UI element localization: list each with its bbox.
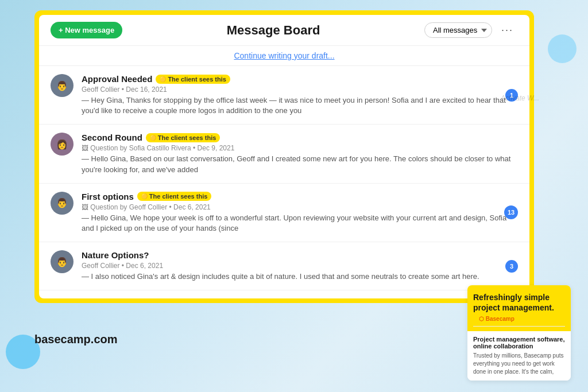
message-item[interactable]: 👨Approval NeededThe client sees thisGeof… <box>39 66 529 125</box>
avatar: 👨 <box>51 74 74 97</box>
message-meta: Geoff Collier • Dec 6, 2021 <box>82 262 518 270</box>
unread-badge: 3 <box>505 260 518 273</box>
avatar: 👨 <box>51 250 74 273</box>
message-content: Nature Options?Geoff Collier • Dec 6, 20… <box>82 250 518 282</box>
client-badge: The client sees this <box>146 133 220 142</box>
message-meta: 🖼 Question by Sofia Castillo Rivera • De… <box>82 144 518 152</box>
message-item[interactable]: 👨Nature Options?Geoff Collier • Dec 6, 2… <box>39 242 529 290</box>
basecamp-url-label: basecamp.com <box>34 333 118 346</box>
ad-logo: ⬡ Basecamp <box>473 313 565 327</box>
message-preview: — Hello Gina, Based on our last conversa… <box>82 154 518 174</box>
message-preview: — I also noticed Gina's art & design inc… <box>82 271 518 282</box>
new-message-button[interactable]: + New message <box>51 22 122 38</box>
client-badge: The client sees this <box>156 75 230 84</box>
message-preview: — Hey Gina, Thanks for stopping by the o… <box>82 95 518 116</box>
ad-content-area: Project management software, online coll… <box>467 331 571 381</box>
message-title-row: First optionsThe client sees this <box>82 192 518 201</box>
unread-badge: 13 <box>504 205 518 219</box>
message-title-row: Approval NeededThe client sees this <box>82 74 518 84</box>
message-title: Second Round <box>82 133 142 142</box>
message-item[interactable]: 👨First optionsThe client sees this🖼 Ques… <box>39 184 529 242</box>
ad-yellow-area: Refreshingly simple project management. … <box>467 285 571 331</box>
decorative-shape-right <box>548 34 577 63</box>
message-title: Nature Options? <box>82 250 149 260</box>
messages-list: 👨Approval NeededThe client sees thisGeof… <box>39 66 529 298</box>
watermark: Activate W... <box>501 94 539 102</box>
message-content: First optionsThe client sees this🖼 Quest… <box>82 192 518 234</box>
message-title: First options <box>82 192 134 201</box>
message-content: Second RoundThe client sees this🖼 Questi… <box>82 133 518 174</box>
message-meta: Geoff Collier • Dec 16, 2021 <box>82 86 518 94</box>
filter-select[interactable]: All messages <box>424 22 492 38</box>
ad-title: Project management software, online coll… <box>473 336 565 350</box>
message-title: Approval Needed <box>82 74 152 84</box>
message-content: Approval NeededThe client sees thisGeoff… <box>82 74 518 116</box>
header-controls: All messages ··· <box>424 22 518 38</box>
app-window: + New message Message Board All messages… <box>39 15 529 298</box>
message-meta: 🖼 Question by Geoff Collier • Dec 6, 202… <box>82 203 518 211</box>
draft-link[interactable]: Continue writing your draft... <box>234 51 334 60</box>
header: + New message Message Board All messages… <box>39 15 529 46</box>
app-frame: + New message Message Board All messages… <box>34 10 534 303</box>
ad-headline: Refreshingly simple project management. <box>473 292 565 313</box>
avatar: 👨 <box>51 192 74 215</box>
page-title: Message Board <box>227 23 320 38</box>
message-title-row: Second RoundThe client sees this <box>82 133 518 142</box>
message-preview: — Hello Gina, We hope your week is off t… <box>82 213 518 234</box>
message-item[interactable]: 👩First TakeSofia Castillo Rivera • Dec 6… <box>39 290 529 298</box>
ad-section: Refreshingly simple project management. … <box>467 285 571 381</box>
message-title-row: Nature Options? <box>82 250 518 260</box>
ad-text: Trusted by millions, Basecamp puts every… <box>473 352 565 376</box>
message-item[interactable]: 👩Second RoundThe client sees this🖼 Quest… <box>39 125 529 183</box>
more-options-button[interactable]: ··· <box>497 22 518 38</box>
avatar: 👩 <box>51 133 74 156</box>
draft-banner: Continue writing your draft... <box>39 46 529 66</box>
client-badge: The client sees this <box>137 192 211 201</box>
